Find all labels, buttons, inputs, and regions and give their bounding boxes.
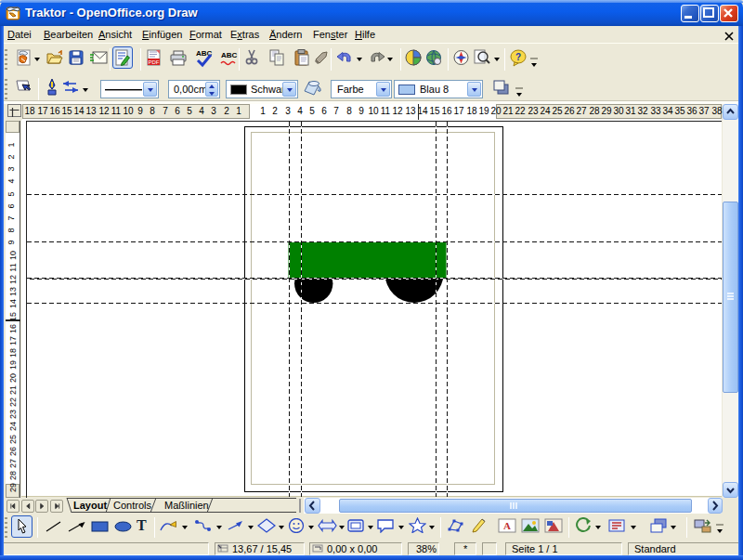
- svg-text:?: ?: [515, 52, 521, 62]
- svg-text:Layout: Layout: [73, 500, 107, 511]
- svg-text:ABC: ABC: [221, 51, 238, 59]
- svg-text:Controls: Controls: [113, 500, 151, 511]
- svg-text:A: A: [503, 520, 511, 531]
- svg-text:PDF: PDF: [149, 59, 160, 65]
- svg-text:Maßlinien: Maßlinien: [164, 500, 209, 511]
